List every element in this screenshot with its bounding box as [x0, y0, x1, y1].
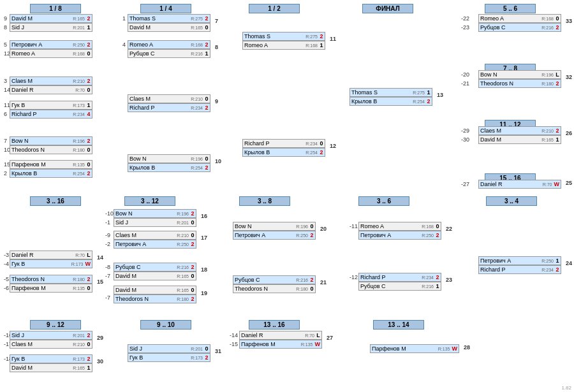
seed-7b: -7 [105, 273, 110, 279]
player-krylov-b-final: Крылов B R:254 2 [350, 97, 432, 106]
label-9-10: 9 .. 10 [140, 320, 191, 330]
player-petrovich-a-312: Петрович А R:250 2 [114, 240, 196, 249]
player-rubtsov-c-38: Рубцов C R:216 2 [233, 275, 316, 284]
player-guk-b-1: Гук B R:173 1 [10, 101, 92, 110]
seed-12b: -12 [350, 274, 358, 280]
seed-3a: 3 [4, 78, 7, 84]
player-sid-j-1: Sid J R:201 1 [10, 23, 92, 32]
match-14: 14 [97, 254, 103, 261]
player-petrovich-a-1: Петрович А R:250 2 [10, 40, 92, 49]
match-31: 31 [215, 348, 221, 354]
player-richard-p-36: Richard P R:234 2 [358, 273, 441, 282]
player-romeo-a-3: Romeo A R:168 1 [242, 41, 325, 50]
player-richard-p-34: Richard P R:234 2 [478, 265, 561, 274]
match-17: 17 [201, 235, 207, 241]
match-7: 7 [215, 18, 218, 24]
label-3-4: 3 .. 4 [486, 196, 537, 206]
player-claes-m-312: Claes M R:210 0 [114, 231, 196, 240]
player-claes-m-1: Claes M R:210 2 [10, 76, 92, 85]
player-bow-n-78: Bow N R:196 L [478, 70, 561, 79]
player-thomas-s-2: Thomas S R:275 2 [128, 14, 210, 23]
seed-5: 5 [4, 41, 7, 48]
seed-9b: -9 [105, 232, 110, 238]
player-david-m-2: David M R:165 0 [128, 23, 210, 32]
match-22: 22 [446, 226, 452, 232]
player-thomas-s-final: Thomas S R:275 1 [350, 88, 432, 97]
player-richard-p-1: Richard P R:234 4 [10, 110, 92, 119]
player-david-m-1: David M R:165 2 [10, 14, 92, 23]
player-parfenov-m-316: Парфенов M R:135 0 [10, 284, 92, 293]
player-romeo-a-1: Romeo A R:168 0 [10, 49, 92, 58]
label-9-12: 9 .. 12 [30, 320, 81, 330]
player-daniel-r-1516: Daniel R R:70 W [478, 180, 561, 189]
seed-2b: -2 [105, 241, 110, 247]
player-bow-n-1: Bow N R:196 2 [10, 136, 92, 145]
match-9: 9 [215, 98, 218, 105]
player-claes-m-2: Claes M R:210 0 [128, 94, 210, 103]
seed-15b: -15 [230, 341, 238, 347]
player-theodoros-n-78: Theodoros N R:180 2 [478, 79, 561, 88]
seed-11b: -11 [350, 223, 358, 229]
match-23: 23 [446, 277, 452, 283]
match-16: 16 [201, 213, 207, 219]
player-guk-b-316: Гук B R:173 W [10, 259, 92, 268]
label-3-8: 3 .. 8 [239, 196, 290, 206]
match-25: 25 [566, 180, 572, 186]
player-bow-n-312: Bow N R:196 2 [114, 209, 196, 218]
seed-23: -23 [461, 24, 469, 31]
label-3-16: 3 .. 16 [30, 196, 81, 206]
seed-29: -29 [461, 127, 469, 134]
match-18: 18 [201, 266, 207, 273]
match-8: 8 [215, 44, 218, 50]
match-29: 29 [97, 335, 103, 341]
seed-21: -21 [461, 80, 469, 87]
seed-9: 9 [4, 15, 7, 22]
match-28: 28 [464, 344, 470, 351]
seed-4: 4 [122, 41, 126, 48]
player-sid-j-912: Sid J R:201 2 [10, 331, 92, 340]
player-petrovich-a-38: Петрович А R:250 2 [233, 231, 316, 240]
match-11: 11 [330, 36, 336, 42]
label-13-16: 13 .. 16 [249, 320, 300, 330]
player-parfenov-m-1316: Парфенов M R:135 W [239, 340, 322, 349]
player-parfenov-m-1: Парфенов M R:135 0 [10, 160, 92, 169]
seed-14b: -14 [230, 332, 238, 338]
player-romeo-a-56: Romeo A R:168 0 [478, 14, 561, 23]
player-david-m-912: David M R:165 1 [10, 363, 92, 372]
player-rubtsov-c-36: Рубцов C R:216 1 [358, 282, 441, 291]
match-19: 19 [201, 290, 207, 296]
label-3-12: 3 .. 12 [124, 196, 175, 206]
seed-7c: -7 [105, 294, 110, 301]
match-10: 10 [215, 158, 221, 164]
label-5-6: 5 .. 6 [485, 4, 536, 13]
player-krylov-b-1: Крылов B R:254 2 [10, 169, 92, 178]
player-bow-n-38: Bow N R:196 0 [233, 222, 316, 231]
match-20: 20 [320, 226, 327, 232]
player-rubtsov-c-1: Рубцов C R:216 1 [128, 49, 210, 58]
player-claes-m-1112: Claes M R:210 2 [478, 126, 561, 135]
player-daniel-r-1: Daniel R R:70 0 [10, 85, 92, 94]
player-richard-p-3: Richard P R:234 0 [242, 139, 325, 148]
player-claes-m-912: Claes M R:210 0 [10, 340, 92, 349]
player-guk-b-912: Гук B R:173 2 [10, 354, 92, 363]
bracket-container: 1 / 8 1 / 4 1 / 2 ФИНАЛ 5 .. 6 7 .. 8 11… [0, 0, 574, 392]
seed-3b: -3 [4, 252, 9, 258]
player-richard-p-2: Richard P R:234 2 [128, 103, 210, 112]
label-3-6: 3 .. 6 [358, 196, 409, 206]
seed-5b: -5 [4, 276, 9, 282]
seed-1b: -1 [105, 219, 110, 226]
seed-22: -22 [461, 15, 469, 22]
player-david-m-312: David M R:165 0 [114, 272, 196, 280]
player-sid-j-910: Sid J R:201 0 [128, 344, 210, 353]
player-david-m-312b: David M R:165 0 [114, 286, 196, 294]
match-21: 21 [320, 279, 327, 286]
seed-1a: 1 [122, 15, 126, 22]
label-13-14: 13 .. 14 [373, 320, 424, 330]
label-1-8: 1 / 8 [30, 4, 81, 13]
player-theodoros-n-38: Theodoros N R:180 0 [233, 284, 316, 293]
player-sid-j-312: Sid J R:201 0 [114, 218, 196, 227]
match-12: 12 [330, 143, 336, 149]
match-30: 30 [97, 358, 103, 365]
seed-20: -20 [461, 71, 469, 78]
player-guk-b-910: Гук B R:173 2 [128, 353, 210, 362]
